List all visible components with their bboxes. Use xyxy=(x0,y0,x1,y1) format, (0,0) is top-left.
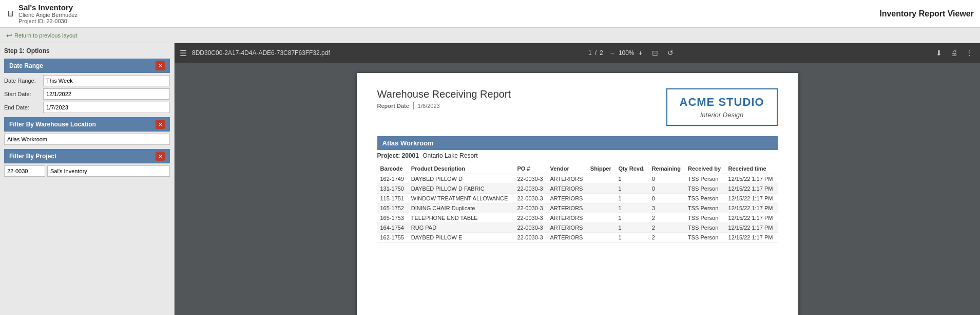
project-id-input[interactable] xyxy=(4,165,45,177)
table-cell: TSS Person xyxy=(685,203,725,213)
pdf-page-total: 2 xyxy=(600,49,603,57)
table-row: 115-1751WINDOW TREATMENT ALLOWANCE22-003… xyxy=(377,194,778,203)
table-cell: ARTERIORS xyxy=(547,184,587,194)
pdf-fit-btn[interactable]: ⊡ xyxy=(650,48,660,58)
pdf-menu-icon[interactable]: ☰ xyxy=(180,48,187,58)
end-date-input[interactable] xyxy=(43,102,170,113)
pdf-rotate-btn[interactable]: ↺ xyxy=(665,48,676,58)
app-icon: 🖥 xyxy=(6,9,14,18)
table-col-header: Received by xyxy=(685,163,725,174)
date-range-row: Date Range: xyxy=(4,75,170,86)
table-cell: 2 xyxy=(649,223,685,233)
app-title: Sal's Inventory xyxy=(18,3,78,12)
project-number: Project: 20001 xyxy=(377,152,419,159)
table-row: 164-1754RUG PAD22-0030-3ARTERIORS12TSS P… xyxy=(377,223,778,233)
table-cell xyxy=(587,233,616,243)
table-cell: TSS Person xyxy=(685,213,725,223)
date-range-field-label: Date Range: xyxy=(4,78,40,84)
main-layout: Step 1: Options Date Range ✕ Date Range:… xyxy=(0,43,980,315)
table-cell: 22-0030-3 xyxy=(514,233,547,243)
table-cell: ARTERIORS xyxy=(547,223,587,233)
pdf-viewer-container: ☰ 8DD30C00-2A17-4D4A-ADE6-73C87F63FF32.p… xyxy=(175,43,980,315)
table-col-header: Vendor xyxy=(547,163,587,174)
pdf-nav: 1 / 2 xyxy=(588,49,603,57)
table-cell: 162-1755 xyxy=(377,233,408,243)
back-link[interactable]: ↩ Return to previous layout xyxy=(6,31,77,40)
pdf-right-actions: ⬇ 🖨 ⋮ xyxy=(934,48,975,58)
back-link-label: Return to previous layout xyxy=(14,32,77,39)
warehouse-input[interactable] xyxy=(4,134,170,145)
table-col-header: Product Description xyxy=(408,163,514,174)
project-label: Filter By Project xyxy=(9,153,56,160)
project-name-input[interactable] xyxy=(47,165,170,177)
pdf-page-current: 1 xyxy=(588,49,592,57)
table-row: 165-1753TELEPHONE END TABLE22-0030-3ARTE… xyxy=(377,213,778,223)
table-col-header: Shipper xyxy=(587,163,616,174)
report-date-value: 1/6/2023 xyxy=(418,103,440,109)
date-range-label: Date Range xyxy=(9,62,43,69)
table-cell: 131-1750 xyxy=(377,184,408,194)
pdf-print-btn[interactable]: 🖨 xyxy=(948,48,959,58)
table-cell: 165-1752 xyxy=(377,203,408,213)
table-cell: 22-0030-3 xyxy=(514,194,547,203)
table-cell: 12/15/22 1:17 PM xyxy=(725,194,778,203)
nav-bar: ↩ Return to previous layout xyxy=(0,28,980,43)
app-info: Sal's Inventory Client: Angie Bermudez P… xyxy=(18,3,78,24)
date-range-section-header[interactable]: Date Range ✕ xyxy=(4,59,170,73)
warehouse-section-header[interactable]: Filter By Warehouse Location ✕ xyxy=(4,117,170,132)
table-cell: 22-0030-3 xyxy=(514,203,547,213)
app-subtitle-project: Project ID: 22-0030 xyxy=(18,18,78,24)
table-cell: 22-0030-3 xyxy=(514,213,547,223)
table-cell: 12/15/22 1:17 PM xyxy=(725,213,778,223)
table-cell xyxy=(587,223,616,233)
table-cell: 115-1751 xyxy=(377,194,408,203)
date-range-input[interactable] xyxy=(43,75,170,86)
table-header-row: BarcodeProduct DescriptionPO #VendorShip… xyxy=(377,163,778,174)
table-cell: 22-0030-3 xyxy=(514,184,547,194)
table-cell: 1 xyxy=(615,184,648,194)
report-header: Warehouse Receiving Report Report Date 1… xyxy=(377,88,778,126)
page-title: Inventory Report Viewer xyxy=(879,9,974,18)
top-header: 🖥 Sal's Inventory Client: Angie Bermudez… xyxy=(0,0,980,28)
pdf-more-btn[interactable]: ⋮ xyxy=(964,48,975,58)
table-col-header: Received time xyxy=(725,163,778,174)
table-cell: TSS Person xyxy=(685,233,725,243)
sidebar-title: Step 1: Options xyxy=(4,47,170,54)
project-row xyxy=(4,165,170,177)
table-cell: ARTERIORS xyxy=(547,194,587,203)
company-sub: Interior Design xyxy=(680,111,764,119)
table-row: 162-1749DAYBED PILLOW D22-0030-3ARTERIOR… xyxy=(377,174,778,184)
end-date-label: End Date: xyxy=(4,104,40,110)
table-cell: DAYBED PILLOW D xyxy=(408,174,514,184)
report-date-label: Report Date xyxy=(377,103,409,109)
app-subtitle-client: Client: Angie Bermudez xyxy=(18,12,78,18)
table-cell: ARTERIORS xyxy=(547,213,587,223)
report-date-divider xyxy=(413,102,414,109)
end-date-row: End Date: xyxy=(4,102,170,113)
report-table: BarcodeProduct DescriptionPO #VendorShip… xyxy=(377,163,778,243)
pdf-page-separator: / xyxy=(595,49,597,57)
pdf-zoom-out-btn[interactable]: − xyxy=(608,48,617,58)
date-range-close-btn[interactable]: ✕ xyxy=(156,61,165,70)
project-sub-header: Project: 20001 Ontario Lake Resort xyxy=(377,150,778,161)
date-range-content: Date Range: Start Date: End Date: xyxy=(4,75,170,113)
pdf-filename: 8DD30C00-2A17-4D4A-ADE6-73C87F63FF32.pdf xyxy=(192,49,330,57)
app-title-block: 🖥 Sal's Inventory Client: Angie Bermudez… xyxy=(6,3,78,24)
table-cell: 164-1754 xyxy=(377,223,408,233)
table-cell: DINING CHAIR Duplicate xyxy=(408,203,514,213)
warehouse-content xyxy=(4,134,170,145)
table-cell: 165-1753 xyxy=(377,213,408,223)
table-cell: 162-1749 xyxy=(377,174,408,184)
warehouse-close-btn[interactable]: ✕ xyxy=(156,120,165,129)
table-cell: 22-0030-3 xyxy=(514,223,547,233)
start-date-input[interactable] xyxy=(43,88,170,100)
project-name-display: Ontario Lake Resort xyxy=(422,152,477,159)
table-cell: WINDOW TREATMENT ALLOWANCE xyxy=(408,194,514,203)
table-cell: TSS Person xyxy=(685,184,725,194)
table-cell: TELEPHONE END TABLE xyxy=(408,213,514,223)
project-close-btn[interactable]: ✕ xyxy=(156,152,165,161)
project-section-header[interactable]: Filter By Project ✕ xyxy=(4,149,170,163)
pdf-download-btn[interactable]: ⬇ xyxy=(934,48,944,58)
pdf-zoom-in-btn[interactable]: + xyxy=(637,48,645,58)
pdf-zoom: − 100% + xyxy=(608,48,645,58)
